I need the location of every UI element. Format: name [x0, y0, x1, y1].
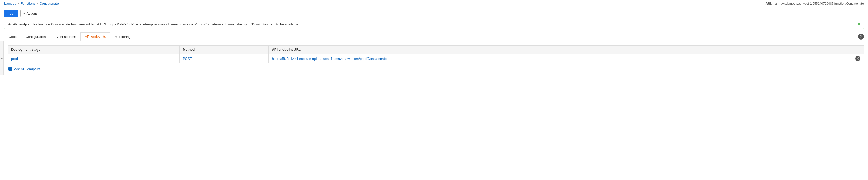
- cell-method: POST: [179, 54, 269, 64]
- arn-label: ARN: [766, 2, 772, 5]
- actions-caret-icon: [23, 13, 25, 14]
- method-link[interactable]: POST: [183, 57, 192, 61]
- breadcrumb-functions[interactable]: Functions: [21, 2, 35, 5]
- col-method: Method: [179, 45, 269, 54]
- actions-button[interactable]: Actions: [20, 10, 41, 17]
- col-actions: [852, 45, 864, 54]
- arn-value: arn:aws:lambda:eu-west-1:655240720487:fu…: [775, 2, 864, 5]
- main-content: Deployment stage Method API endpoint URL…: [4, 41, 868, 75]
- api-endpoints-table: Deployment stage Method API endpoint URL…: [8, 45, 864, 64]
- content-area: Deployment stage Method API endpoint URL…: [0, 41, 868, 75]
- toolbar: Test Actions: [0, 7, 868, 20]
- deployment-stage-link[interactable]: prod: [11, 57, 18, 61]
- cell-deployment-stage: prod: [8, 54, 180, 64]
- actions-label: Actions: [27, 11, 38, 15]
- help-icon[interactable]: ?: [858, 34, 864, 40]
- add-endpoint-label: Add API endpoint: [14, 67, 40, 71]
- tab-api-endpoints[interactable]: API endpoints: [81, 32, 111, 41]
- sidebar-toggle[interactable]: [0, 41, 4, 75]
- tab-code[interactable]: Code: [4, 33, 21, 41]
- breadcrumb-current: Concatenate: [39, 2, 59, 5]
- breadcrumb: Lambda › Functions › Concatenate: [4, 2, 59, 5]
- breadcrumb-lambda[interactable]: Lambda: [4, 2, 17, 5]
- col-api-endpoint-url: API endpoint URL: [269, 45, 852, 54]
- table-row: prod POST https://5tz0q1zik1.execute-api…: [8, 54, 864, 64]
- col-deployment-stage: Deployment stage: [8, 45, 180, 54]
- test-button[interactable]: Test: [4, 10, 18, 17]
- alert-banner: An API endpoint for function Concatenate…: [4, 20, 864, 29]
- arn-separator: -: [773, 2, 775, 5]
- tab-event-sources[interactable]: Event sources: [50, 33, 80, 41]
- arn-display: ARN - arn:aws:lambda:eu-west-1:655240720…: [766, 2, 864, 5]
- breadcrumb-sep-2: ›: [37, 2, 38, 5]
- tab-configuration[interactable]: Configuration: [21, 33, 50, 41]
- alert-message: An API endpoint for function Concatenate…: [8, 22, 299, 26]
- plus-circle-icon: +: [8, 67, 12, 71]
- remove-endpoint-button[interactable]: ✕: [855, 56, 861, 61]
- endpoint-url-link[interactable]: https://5tz0q1zik1.execute-api.eu-west-1…: [272, 57, 386, 61]
- cell-url: https://5tz0q1zik1.execute-api.eu-west-1…: [269, 54, 852, 64]
- tab-monitoring[interactable]: Monitoring: [111, 33, 135, 41]
- add-api-endpoint[interactable]: + Add API endpoint: [8, 67, 864, 71]
- cell-remove: ✕: [852, 54, 864, 64]
- alert-close-button[interactable]: ✕: [857, 22, 861, 27]
- breadcrumb-sep-1: ›: [18, 2, 19, 5]
- tabs-container: Code Configuration Event sources API end…: [0, 32, 868, 41]
- table-header-row: Deployment stage Method API endpoint URL: [8, 45, 864, 54]
